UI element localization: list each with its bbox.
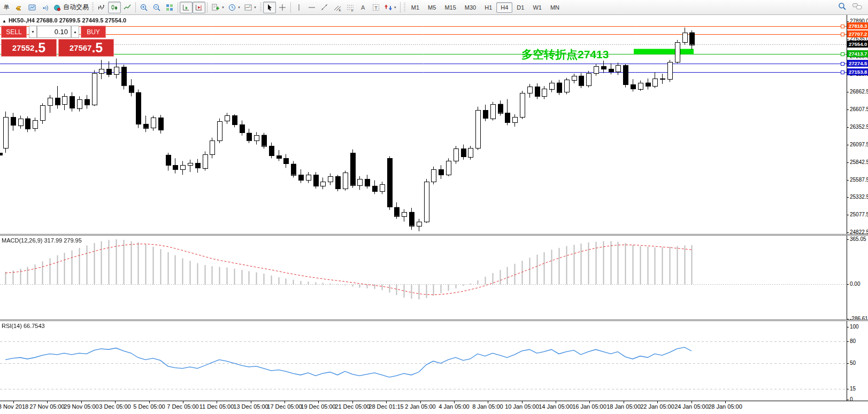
buy-price-int: 27567 [70, 43, 92, 52]
line-chart-button[interactable] [121, 2, 134, 13]
timeframe-h4[interactable]: H4 [496, 2, 512, 13]
time-label: 24 Jan 05:00 [674, 403, 709, 410]
time-label: 27 Nov 05:00 [29, 403, 64, 410]
price-tick-label: 80 [847, 338, 856, 345]
timeframe-w1[interactable]: W1 [528, 2, 546, 13]
arrows-button[interactable]: ▼ [382, 2, 398, 13]
time-label: 13 Dec 05:00 [233, 403, 268, 410]
rsi-label: RSI(14) 66.7543 [2, 323, 45, 329]
time-label: 8 Jan 05:00 [472, 403, 503, 410]
toolbar-grip [260, 3, 262, 12]
price-tick-label: -286.61 [847, 316, 868, 322]
search-icon[interactable] [838, 2, 847, 13]
price-tick-label: 26352.5 [847, 124, 868, 130]
trend-line-button[interactable] [318, 2, 331, 13]
buy-price-dec: .5 [91, 41, 103, 54]
price-tick-label: 50 [847, 360, 856, 366]
price-tag: 27274.5 [847, 60, 868, 67]
chevron-down-icon: ▼ [394, 6, 397, 9]
timeframe-m30[interactable]: M30 [460, 2, 480, 13]
chat-icon[interactable] [852, 2, 863, 13]
horizontal-line-button[interactable] [305, 2, 318, 13]
new-order-label: 单 [4, 3, 10, 11]
price-tag: 27413.7 [847, 50, 868, 57]
sell-price-int: 27552 [12, 43, 35, 52]
price-tick-label: 25077.5 [847, 212, 868, 218]
pane-separator[interactable] [0, 319, 868, 321]
price-tag: 27707.2 [847, 30, 868, 37]
toolbar-grip [404, 3, 405, 12]
time-label: 3 Nov 2018 [0, 403, 28, 410]
toolbar-separator [400, 2, 401, 13]
zoom-out-button[interactable] [150, 2, 163, 13]
price-tick-label: 26607.5 [847, 106, 868, 113]
time-label: 4 Jan 05:00 [439, 403, 470, 410]
svg-text:T: T [374, 5, 378, 10]
templates-button[interactable]: ▼ [242, 2, 258, 13]
chevron-down-icon: ▼ [237, 6, 241, 9]
crosshair-button[interactable] [276, 2, 289, 13]
candlestick-chart-button[interactable] [108, 2, 121, 13]
add-indicator-button[interactable]: ▼ [209, 2, 226, 13]
price-tick-label: 100 [847, 324, 859, 330]
text-button[interactable]: A [357, 2, 370, 13]
chart-window-icon[interactable] [26, 2, 39, 13]
time-label: 11 Dec 05:00 [199, 403, 234, 410]
fibonacci-button[interactable]: F [344, 2, 357, 13]
price-tick-label: 0.00 [847, 281, 860, 287]
autotrade-icon [53, 3, 62, 12]
object-anchor-marker [0, 153, 3, 155]
autotrade-button[interactable]: 自动交易 [51, 2, 90, 13]
gold-bar-icon[interactable] [13, 2, 26, 13]
time-label: 28 Dec 01:15 [368, 403, 403, 410]
volume-increase-button[interactable]: ▲ [71, 26, 79, 38]
zoom-in-button[interactable] [137, 2, 150, 13]
pivot-annotation-text: 多空转折点27413 [521, 47, 609, 62]
time-label: 28 Jan 05:00 [708, 403, 742, 410]
buy-button[interactable]: BUY [81, 26, 106, 38]
toolbar-separator [178, 2, 178, 13]
collapse-triangle-icon: ▲ [2, 19, 6, 24]
timeframe-mn[interactable]: MN [546, 2, 564, 13]
bar-chart-button[interactable] [95, 2, 108, 13]
main-toolbar: 单 自动交易 ▼ ▼ [0, 0, 868, 15]
rsi-pane-canvas[interactable] [0, 321, 847, 401]
chart-title: ▲HK50-,H4 27688.0 27699.5 27449.5 27554.… [2, 17, 126, 24]
sell-price-box[interactable]: 27552.5 [1, 39, 57, 57]
pane-separator[interactable] [0, 234, 868, 236]
new-order-button[interactable]: 单 [0, 2, 13, 13]
toolbar-separator [207, 2, 208, 13]
price-tick-label: 25587.5 [847, 177, 868, 183]
time-label: 22 Jan 05:00 [640, 403, 674, 410]
volume-input[interactable]: 0.10 [37, 26, 71, 38]
text-label-button[interactable]: T [370, 2, 382, 13]
equidistant-channel-button[interactable]: E [331, 2, 344, 13]
time-axis[interactable]: 3 Nov 201827 Nov 05:0029 Nov 05:003 Dec … [0, 401, 868, 414]
svg-text:E: E [339, 8, 341, 11]
tile-windows-button[interactable] [163, 2, 176, 13]
volume-decrease-button[interactable]: ▼ [29, 26, 37, 38]
price-chart-canvas[interactable] [0, 15, 847, 234]
chart-title-text: HK50-,H4 27688.0 27699.5 27449.5 27554.0 [9, 17, 126, 24]
signal-icon[interactable] [39, 2, 51, 13]
autotrade-label: 自动交易 [63, 3, 89, 12]
price-tick-label: 26862.5 [847, 89, 868, 95]
time-label: 5 Dec 05:00 [133, 403, 165, 410]
buy-price-box[interactable]: 27567.5 [58, 39, 114, 57]
timeframe-m15[interactable]: M15 [440, 2, 460, 13]
cursor-button[interactable] [263, 2, 276, 13]
timeframe-m1[interactable]: M1 [407, 2, 424, 13]
timeframe-m5[interactable]: M5 [424, 2, 440, 13]
price-axis[interactable]: 27890.027635.027380.027125.026862.526607… [847, 15, 868, 401]
vertical-line-button[interactable] [293, 2, 305, 13]
auto-scroll-button[interactable] [180, 2, 193, 13]
time-label: 17 Dec 05:00 [267, 403, 302, 410]
timeframe-d1[interactable]: D1 [512, 2, 528, 13]
periods-button[interactable]: ▼ [226, 2, 242, 13]
time-label: 10 Jan 05:00 [505, 403, 539, 410]
chart-window: 27890.027635.027380.027125.026862.526607… [0, 15, 868, 414]
macd-pane-canvas[interactable] [0, 236, 847, 319]
chart-shift-button[interactable] [193, 2, 205, 13]
timeframe-h1[interactable]: H1 [480, 2, 496, 13]
sell-button[interactable]: SELL [1, 26, 27, 38]
